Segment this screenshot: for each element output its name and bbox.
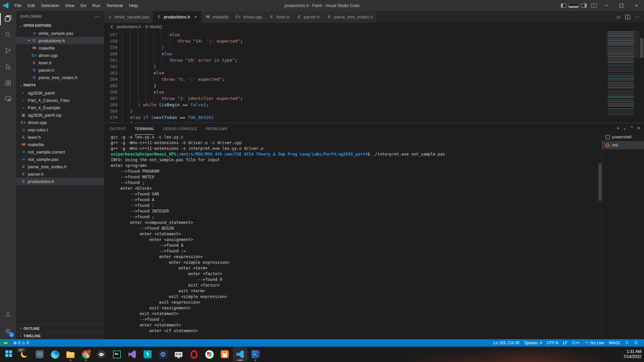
toggle-primary-sidebar-button[interactable] xyxy=(558,0,569,11)
chrome-taskbar-button[interactable] xyxy=(79,348,93,361)
file-explorer-taskbar-button[interactable] xyxy=(64,348,77,361)
problems-indicator[interactable]: ⊗ 0 ⚠ 0 xyxy=(11,341,31,345)
orange-app-taskbar-button[interactable] xyxy=(218,348,231,361)
folder-item[interactable]: ›ag2836_part4 xyxy=(16,89,104,97)
project-section-header[interactable]: ⌄ PART4 xyxy=(16,81,104,89)
menu-run[interactable]: Run xyxy=(89,0,103,11)
tab-lexer.h[interactable]: Clexer.h xyxy=(266,11,293,23)
open-editor-item[interactable]: Clexer.h xyxy=(16,59,104,66)
status-feedback[interactable] xyxy=(623,340,632,346)
menu-help[interactable]: Help xyxy=(126,0,141,11)
breadcrumb-file[interactable]: productions.h xyxy=(117,24,141,29)
panel-tab-output[interactable]: OUTPUT xyxy=(110,123,126,135)
breadcrumb-symbol[interactable]: block() xyxy=(150,24,162,29)
menu-view[interactable]: View xyxy=(62,0,77,11)
new-terminal-button[interactable]: + xyxy=(616,126,619,130)
status-indentation[interactable]: Spaces: 4 xyxy=(522,341,544,345)
toggle-secondary-sidebar-button[interactable] xyxy=(579,0,589,11)
file-item[interactable]: ≡not_sample.correct xyxy=(16,148,104,156)
lightning-app-taskbar-button[interactable]: ϟ xyxy=(141,348,154,361)
open-editor-item[interactable]: Cparser.h xyxy=(16,66,104,74)
more-actions-button[interactable]: ⋯ xyxy=(635,14,639,19)
menu-selection[interactable]: Selection xyxy=(38,0,62,11)
status-cursor-position[interactable]: Ln 153, Col 30 xyxy=(491,341,522,345)
terminal-instance-wsl[interactable]: wsl xyxy=(602,141,644,149)
activity-accounts-button[interactable] xyxy=(0,307,16,323)
activity-remote-explorer-button[interactable] xyxy=(0,92,16,108)
close-editor-icon[interactable]: × xyxy=(26,38,32,43)
windows-terminal-taskbar-button[interactable]: >_ xyxy=(249,348,262,361)
timeline-section-header[interactable]: › TIMELINE xyxy=(16,332,104,339)
split-editor-button[interactable] xyxy=(625,15,630,19)
customize-layout-button[interactable] xyxy=(589,0,599,11)
explorer-more-actions-button[interactable]: ⋯ xyxy=(95,14,100,19)
file-item[interactable]: ≡not_sample.pas xyxy=(16,156,104,163)
panel-tab-problems[interactable]: PROBLEMS xyxy=(206,123,227,135)
visual-studio-taskbar-button[interactable] xyxy=(125,348,139,361)
terminal-output[interactable]: gcc -g -o lex.yy.o -c lex.yy.cg++ -g -Wn… xyxy=(104,134,602,339)
activity-settings-button[interactable]: ⚙1 xyxy=(0,323,16,339)
minimap[interactable] xyxy=(606,31,639,122)
maximize-button[interactable] xyxy=(614,0,629,11)
code-editor[interactable]: 157else158throw "14: ';' expected";159}1… xyxy=(104,31,644,123)
file-item[interactable]: Cparse_tree_nodes.h xyxy=(16,163,104,170)
panel-tab-debug-console[interactable]: DEBUG CONSOLE xyxy=(163,123,197,135)
status-go-live[interactable]: Go Live xyxy=(582,340,606,346)
status-platform[interactable]: Win32 xyxy=(606,341,623,345)
opera-taskbar-button[interactable] xyxy=(187,348,201,361)
open-editor-item[interactable]: Cparse_tree_nodes.h xyxy=(16,74,104,81)
toggle-panel-button[interactable] xyxy=(569,0,579,11)
remote-indicator[interactable]: >< xyxy=(0,341,11,345)
menu-terminal[interactable]: Terminal xyxy=(103,0,126,11)
editor-scrollbar[interactable] xyxy=(639,31,644,123)
menu-file[interactable]: File xyxy=(11,0,24,11)
tab-parser.h[interactable]: Cparser.h xyxy=(293,11,323,23)
activity-extensions-button[interactable] xyxy=(0,75,16,92)
minimap-slider[interactable] xyxy=(606,31,639,58)
terminal-scrollbar-thumb[interactable] xyxy=(598,163,602,201)
menu-go[interactable]: Go xyxy=(77,0,89,11)
weather-taskbar-button[interactable]: 92° xyxy=(17,348,31,361)
minimize-button[interactable] xyxy=(599,0,614,11)
panel-tab-terminal[interactable]: TERMINAL xyxy=(135,123,155,135)
activity-explorer-button[interactable] xyxy=(0,11,16,27)
status-eol-sequence[interactable]: LF xyxy=(560,341,570,345)
run-button[interactable]: ▷ xyxy=(617,14,621,19)
breadcrumb[interactable]: C productions.h › block() xyxy=(104,23,644,31)
pycharm-taskbar-button[interactable]: PC xyxy=(110,348,123,361)
close-button[interactable]: × xyxy=(629,0,644,11)
close-tab-icon[interactable]: × xyxy=(193,14,198,19)
vscode-taskbar-button[interactable] xyxy=(233,348,247,361)
open-editor-item[interactable]: Mmakefile xyxy=(16,44,104,52)
file-item[interactable]: C+driver.cpp xyxy=(16,119,104,126)
activity-source-control-button[interactable] xyxy=(0,43,16,59)
file-item[interactable]: Cproductions.h xyxy=(16,178,104,185)
terminal-instance-powershell[interactable]: ›powershell xyxy=(602,133,644,141)
activity-search-button[interactable] xyxy=(0,27,16,43)
slack-taskbar-button[interactable] xyxy=(203,348,216,361)
tab-parse_tree_nodes.h[interactable]: Cparse_tree_nodes.h xyxy=(323,11,377,23)
tab-makefile[interactable]: Mmakefile xyxy=(202,11,232,23)
folder-item[interactable]: ›Part_4_Example xyxy=(16,104,104,111)
status-encoding[interactable]: UTF-8 xyxy=(544,341,560,345)
tab-while_sample.pas[interactable]: ≡while_sample.pas xyxy=(104,11,153,23)
open-editor-item[interactable]: C+driver.cpp xyxy=(16,52,104,59)
open-editor-item[interactable]: ≡while_sample.pas xyxy=(16,29,104,37)
editor-scrollbar-thumb[interactable] xyxy=(640,38,643,58)
file-item[interactable]: Cparser.h xyxy=(16,170,104,178)
taskbar-clock[interactable]: 1:31 AM 7/14/2022 xyxy=(624,347,641,362)
file-item[interactable]: ≡exp-rules.l xyxy=(16,126,104,133)
outline-section-header[interactable]: › OUTLINE xyxy=(16,324,104,332)
monitor-app-taskbar-button[interactable]: S>G xyxy=(172,348,185,361)
file-item[interactable]: Mmakefile xyxy=(16,141,104,148)
status-notifications[interactable] xyxy=(632,340,641,346)
file-item[interactable]: Clexer.h xyxy=(16,133,104,141)
maximize-panel-button[interactable]: ⌃ xyxy=(630,126,634,130)
file-item[interactable]: ▣ag2836_part4.zip xyxy=(16,111,104,119)
start-taskbar-button[interactable] xyxy=(2,348,15,361)
calendar-taskbar-button[interactable] xyxy=(33,348,46,361)
menu-edit[interactable]: Edit xyxy=(24,0,38,11)
folder-item[interactable]: ›Part_4_Canvas_Files xyxy=(16,97,104,104)
activity-run-and-debug-button[interactable] xyxy=(0,59,16,75)
close-panel-button[interactable]: × xyxy=(637,126,640,130)
